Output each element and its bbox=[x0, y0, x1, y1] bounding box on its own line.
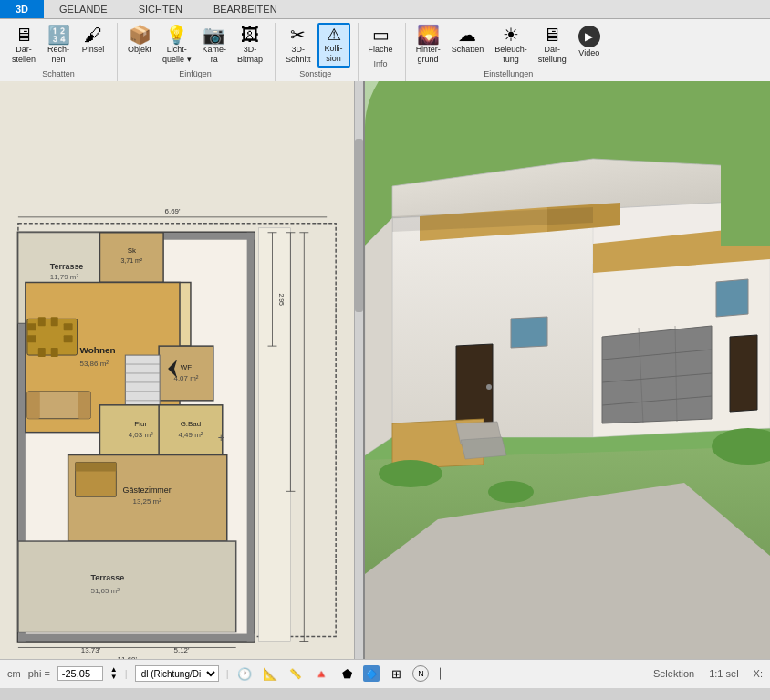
svg-text:3,71 m²: 3,71 m² bbox=[120, 256, 142, 263]
kollision-icon: ⚠ bbox=[327, 26, 341, 43]
tab-sichten[interactable]: SICHTEN bbox=[123, 0, 198, 18]
svg-marker-83 bbox=[365, 218, 392, 455]
north-icon[interactable]: N bbox=[412, 665, 429, 682]
snap-icon[interactable]: 📐 bbox=[261, 664, 279, 683]
kamera-icon: 📷 bbox=[203, 26, 225, 44]
svg-rect-6 bbox=[247, 232, 255, 641]
grid-icon[interactable]: ⊞ bbox=[387, 664, 405, 683]
group-label-sonstige: Sonstige bbox=[299, 69, 331, 81]
svg-rect-22 bbox=[27, 323, 36, 330]
statusbar: cm phi = ▲ ▼ | dl (Richtung/Di | 🕐 📐 📏 🔺… bbox=[0, 659, 770, 688]
layer-icon[interactable]: 🔷 bbox=[363, 665, 380, 682]
darstellung-icon: 🖥 bbox=[543, 26, 561, 44]
btn-flaeche[interactable]: ▭ Fläche bbox=[364, 23, 398, 57]
ribbon-group-schatten: 🖥 Dar-stellen 🔢 Rech-nen 🖌 Pinsel Schatt… bbox=[7, 23, 118, 81]
btn-darstellen[interactable]: 🖥 Dar-stellen bbox=[7, 23, 40, 68]
scale-label: 1:1 sel bbox=[709, 668, 738, 679]
ribbon: 🖥 Dar-stellen 🔢 Rech-nen 🖌 Pinsel Schatt… bbox=[0, 19, 770, 81]
svg-text:4,49 m²: 4,49 m² bbox=[178, 430, 203, 438]
tab-bearbeiten[interactable]: BEARBEITEN bbox=[198, 0, 293, 18]
svg-marker-96 bbox=[511, 317, 547, 348]
flaeche-icon: ▭ bbox=[372, 26, 390, 44]
measure-icon[interactable]: 📏 bbox=[286, 664, 305, 683]
svg-rect-31 bbox=[27, 391, 40, 418]
btn-kamera[interactable]: 📷 Kame-ra bbox=[198, 23, 232, 68]
btn-3d-bitmap[interactable]: 🖼 3D-Bitmap bbox=[233, 23, 267, 68]
group-label-einstellungen: Einstellungen bbox=[484, 69, 533, 81]
btn-objekt[interactable]: 📦 Objekt bbox=[123, 23, 156, 57]
btn-darstellung[interactable]: 🖥 Dar-stellung bbox=[534, 23, 571, 68]
scene3d bbox=[365, 81, 770, 659]
svg-rect-55 bbox=[18, 541, 236, 632]
hintergrund-icon: 🌄 bbox=[417, 26, 440, 44]
svg-text:Flur: Flur bbox=[134, 419, 147, 427]
btn-hintergrund[interactable]: 🌄 Hinter-grund bbox=[411, 23, 445, 68]
tab-bar: 3D GELÄNDE SICHTEN BEARBEITEN bbox=[0, 0, 770, 19]
scrollbar-thumb[interactable] bbox=[355, 139, 363, 312]
clock-icon[interactable]: 🕐 bbox=[235, 664, 254, 683]
polygon-icon[interactable]: ⬟ bbox=[338, 664, 356, 683]
svg-point-104 bbox=[488, 481, 534, 503]
schatten-einst-icon: ☁ bbox=[458, 26, 476, 44]
view3d-panel[interactable] bbox=[365, 81, 770, 659]
btn-beleuchtung[interactable]: ☀ Beleuch-tung bbox=[490, 23, 532, 68]
video-icon: ▶ bbox=[578, 26, 600, 47]
sep1: | bbox=[125, 668, 128, 679]
unit-label: cm bbox=[7, 668, 21, 679]
scene3d-svg bbox=[365, 81, 770, 659]
schnitt-icon: ✂ bbox=[290, 26, 306, 44]
rechnen-icon: 🔢 bbox=[47, 26, 70, 44]
btn-lichtquelle[interactable]: 💡 Licht-quelle ▾ bbox=[158, 23, 196, 68]
btn-schatten-einst[interactable]: ☁ Schatten bbox=[447, 23, 489, 57]
group-label-einfuegen: Einfügen bbox=[179, 69, 212, 81]
svg-text:11.60': 11.60' bbox=[118, 655, 138, 659]
svg-rect-29 bbox=[51, 348, 58, 357]
phi-input[interactable] bbox=[57, 666, 103, 681]
svg-marker-98 bbox=[716, 279, 748, 317]
svg-rect-32 bbox=[78, 391, 91, 418]
btn-video[interactable]: ▶ Video bbox=[573, 23, 606, 61]
direction-select[interactable]: dl (Richtung/Di bbox=[135, 665, 219, 682]
lichtquelle-icon: 💡 bbox=[165, 26, 188, 44]
triangle-icon[interactable]: 🔺 bbox=[312, 664, 330, 683]
mode-label: Selektion bbox=[653, 668, 694, 679]
svg-rect-37 bbox=[125, 355, 160, 405]
ribbon-group-info: ▭ Fläche Info bbox=[364, 23, 406, 81]
svg-point-103 bbox=[379, 460, 442, 487]
svg-text:G.Bad: G.Bad bbox=[181, 419, 202, 427]
svg-text:Wohnen: Wohnen bbox=[80, 345, 116, 355]
svg-text:11,79 m²: 11,79 m² bbox=[50, 273, 79, 281]
svg-text:Terrasse: Terrasse bbox=[50, 261, 84, 270]
svg-rect-26 bbox=[64, 323, 73, 330]
svg-text:Gästezimmer: Gästezimmer bbox=[123, 486, 172, 495]
phi-spinner[interactable]: ▲ ▼ bbox=[110, 666, 118, 681]
floorplan-panel[interactable]: 6.69' Terrasse 11,79 m² Sk 3,71 m² bbox=[0, 81, 365, 659]
svg-marker-101 bbox=[461, 437, 506, 459]
pinsel-icon: 🖌 bbox=[84, 26, 102, 44]
svg-text:13,25 m²: 13,25 m² bbox=[132, 497, 161, 506]
svg-rect-28 bbox=[38, 348, 46, 357]
btn-pinsel[interactable]: 🖌 Pinsel bbox=[77, 23, 109, 57]
tab-gelaende[interactable]: GELÄNDE bbox=[44, 0, 123, 18]
phi-label: phi = bbox=[28, 668, 50, 679]
objekt-icon: 📦 bbox=[129, 26, 151, 44]
btn-kollision[interactable]: ⚠ Kolli-sion bbox=[317, 23, 350, 68]
svg-rect-23 bbox=[27, 335, 36, 342]
tab-3d[interactable]: 3D bbox=[0, 0, 44, 18]
svg-text:+: + bbox=[218, 431, 224, 444]
btn-3d-schnitt[interactable]: ✂ 3D-Schnitt bbox=[281, 23, 316, 68]
floorplan-scrollbar[interactable] bbox=[354, 81, 363, 659]
darstellen-icon: 🖥 bbox=[15, 26, 33, 44]
svg-text:2,95: 2,95 bbox=[278, 293, 285, 306]
svg-text:WF: WF bbox=[181, 363, 192, 371]
svg-rect-27 bbox=[64, 335, 73, 342]
btn-rechnen[interactable]: 🔢 Rech-nen bbox=[42, 23, 75, 68]
svg-text:4,07 m²: 4,07 m² bbox=[173, 374, 198, 382]
floorplan-svg: 6.69' Terrasse 11,79 m² Sk 3,71 m² bbox=[0, 81, 363, 659]
svg-rect-54 bbox=[76, 462, 117, 471]
svg-text:4,03 m²: 4,03 m² bbox=[129, 430, 153, 438]
svg-point-95 bbox=[486, 384, 492, 390]
svg-rect-106 bbox=[721, 154, 770, 246]
measure2-icon[interactable]: ⎸ bbox=[436, 664, 454, 683]
svg-text:51,65 m²: 51,65 m² bbox=[91, 586, 120, 594]
